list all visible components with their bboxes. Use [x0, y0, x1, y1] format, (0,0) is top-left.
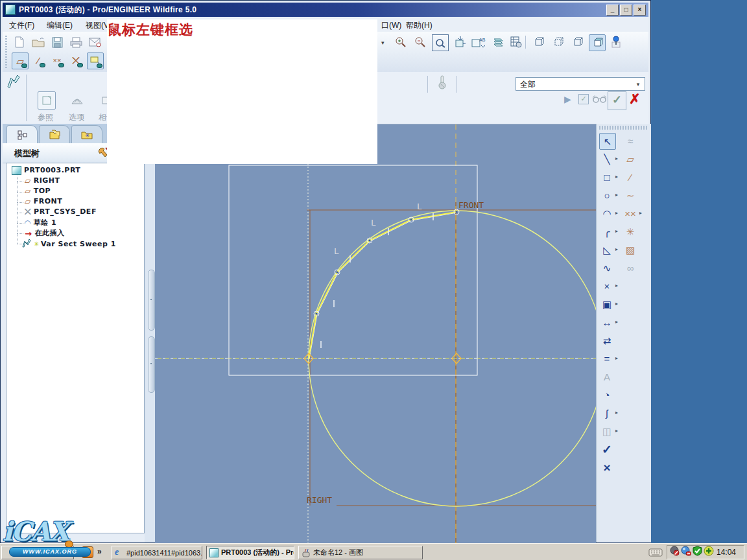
spline-tool[interactable]: ∿ — [599, 260, 615, 275]
point-display-toggle[interactable]: ×× — [49, 52, 65, 68]
flyout-arrow[interactable]: ▸ — [615, 156, 618, 161]
chamfer-tool[interactable]: ◺ — [599, 242, 615, 257]
palette-tool[interactable]: ◔ — [599, 387, 615, 402]
flyout-arrow[interactable]: ▸ — [639, 210, 642, 216]
open-file-button[interactable] — [30, 34, 46, 50]
flyout-arrow[interactable]: ▸ — [615, 410, 618, 415]
text-tool[interactable]: A — [599, 369, 615, 384]
tree-item-insert-here[interactable]: →在此插入 — [25, 228, 64, 239]
line-tool[interactable]: ╲ — [599, 151, 615, 167]
flyout-arrow[interactable]: ▸ — [615, 246, 618, 252]
dimension-tool[interactable]: ↔ — [599, 314, 615, 330]
flyout-arrow[interactable]: ▸ — [615, 301, 618, 307]
flyout-arrow[interactable]: ▸ — [615, 319, 618, 325]
datum-curve-tool[interactable]: ∼ — [622, 187, 638, 203]
layers-button[interactable] — [490, 34, 506, 50]
tray-icon-messenger[interactable] — [681, 546, 691, 559]
arc-tool[interactable]: ◠ — [599, 205, 615, 221]
flyout-caret[interactable]: ▾ — [381, 40, 385, 46]
circle-tool[interactable]: ○ — [599, 187, 615, 203]
tree-item-top[interactable]: ▱TOP — [25, 187, 51, 197]
datum-spline-icon[interactable]: ≈ — [622, 133, 638, 148]
feature-ok-button[interactable]: ✓ — [608, 91, 626, 110]
preview-glasses-icon[interactable] — [593, 94, 607, 106]
shaded-view-button[interactable] — [589, 34, 606, 51]
spin-center-button[interactable] — [608, 34, 624, 50]
minimize-button[interactable]: _ — [606, 5, 619, 16]
flyout-arrow[interactable]: ▸ — [615, 283, 618, 288]
tray-icon-shield[interactable] — [693, 546, 702, 559]
select-tool[interactable]: ↖ — [599, 133, 616, 150]
maximize-button[interactable]: □ — [620, 5, 632, 16]
zoom-out-button[interactable] — [412, 34, 428, 50]
plane-display-toggle[interactable]: ▱ — [12, 52, 29, 69]
saved-views-button[interactable]: AB — [471, 34, 486, 50]
view-manager-button[interactable] — [508, 34, 524, 50]
feature-cancel-button[interactable]: ✗ — [629, 91, 641, 107]
fillet-tool[interactable]: ╭ — [599, 224, 615, 239]
tree-item-sketch[interactable]: ◠草绘 1 — [25, 218, 56, 228]
chevron-down-icon[interactable]: ▾ — [634, 80, 643, 89]
pause-checkbox[interactable]: ✓ — [578, 94, 589, 104]
references-tab-icon[interactable] — [38, 91, 56, 110]
keyboard-layout-icon[interactable] — [648, 548, 663, 559]
modify-dimensions-tool[interactable]: ⇄ — [599, 332, 615, 348]
options-tab-icon[interactable] — [69, 91, 86, 108]
taskbar-item-proe[interactable]: PRT0003 (活动的) - Pro/... — [206, 546, 294, 559]
title-bar[interactable]: PRT0003 (活动的) - Pro/ENGINEER Wildfire 5.… — [3, 3, 648, 17]
flyout-arrow[interactable]: ▸ — [615, 174, 618, 180]
wireframe-view-button[interactable] — [530, 34, 546, 50]
zoom-in-button[interactable] — [393, 34, 409, 50]
use-edge-tool[interactable]: ▣ — [599, 296, 615, 312]
point-tool[interactable]: × — [599, 278, 615, 294]
reorient-view-button[interactable] — [453, 34, 468, 50]
new-file-button[interactable] — [12, 34, 27, 50]
sketch-canvas[interactable]: L L L FRONT RIGHT — [155, 124, 596, 543]
annotation-display-toggle[interactable] — [87, 52, 104, 69]
options-tab[interactable]: 选项 — [69, 112, 84, 123]
constraints-tool[interactable]: = — [599, 351, 615, 366]
flyout-arrow[interactable]: ▸ — [615, 228, 618, 234]
datum-csys-tool[interactable]: ✳ — [622, 224, 638, 239]
splitter-handle[interactable] — [148, 270, 155, 331]
tree-item-var-sect-sweep[interactable]: ✳Var Sect Sweep 1 — [22, 239, 116, 249]
splitter-handle[interactable] — [148, 336, 155, 393]
model-tree[interactable]: PRT0003.PRT ▱RIGHT ▱TOP ▱FRONT ⨉PRT_CSYS… — [6, 163, 145, 533]
resume-button[interactable]: ▶ — [564, 94, 571, 104]
taskbar-clock[interactable]: 14:04 — [717, 548, 736, 557]
toolbar-grip[interactable] — [599, 126, 648, 130]
hatch-tool[interactable]: ▨ — [622, 242, 638, 257]
taskbar-item-browser[interactable]: e #pid10631411#pid1063... — [112, 546, 202, 559]
trim-tool[interactable]: ʃ — [599, 405, 615, 421]
filter-dropdown[interactable]: 全部 ▾ — [516, 77, 645, 91]
close-button[interactable]: × — [634, 5, 646, 16]
menu-file[interactable]: 文件(F) — [9, 20, 34, 31]
tree-item-right[interactable]: ▱RIGHT — [25, 176, 60, 187]
flyout-arrow[interactable]: ▸ — [615, 192, 618, 198]
start-button[interactable]: 开始 — [1, 546, 74, 559]
tree-item-front[interactable]: ▱FRONT — [25, 197, 62, 207]
print-button[interactable] — [68, 34, 84, 50]
quick-launch-icon[interactable] — [82, 546, 93, 558]
tree-item-part[interactable]: PRT0003.PRT — [12, 166, 80, 176]
tab-folder-browser[interactable] — [39, 125, 70, 144]
toolbar-grip[interactable] — [5, 36, 7, 68]
taskbar-item-paint[interactable]: 未命名12 - 画图 — [298, 546, 423, 559]
datum-point-tool[interactable]: ×× — [622, 205, 638, 221]
sketch-done-button[interactable]: ✓ — [599, 441, 615, 457]
tray-icon-emule[interactable] — [704, 546, 714, 559]
panel-splitter[interactable] — [145, 124, 155, 542]
menu-window[interactable]: 口(W) — [381, 20, 401, 31]
mail-button[interactable] — [87, 34, 102, 50]
flyout-arrow[interactable]: ▸ — [615, 428, 618, 434]
tab-favorites[interactable]: ✳ — [71, 125, 102, 144]
save-button[interactable] — [49, 34, 65, 50]
sketch-cancel-button[interactable]: × — [599, 460, 615, 475]
tray-icon-blocked[interactable] — [669, 546, 680, 559]
menu-help[interactable]: 帮助(H) — [406, 20, 433, 31]
quick-launch-chevron[interactable]: » — [97, 547, 102, 556]
references-tab[interactable]: 参照 — [38, 112, 53, 123]
refit-button[interactable] — [432, 34, 449, 51]
tree-item-csys[interactable]: ⨉PRT_CSYS_DEF — [25, 207, 97, 218]
csys-display-toggle[interactable]: ⨉ — [68, 52, 84, 68]
